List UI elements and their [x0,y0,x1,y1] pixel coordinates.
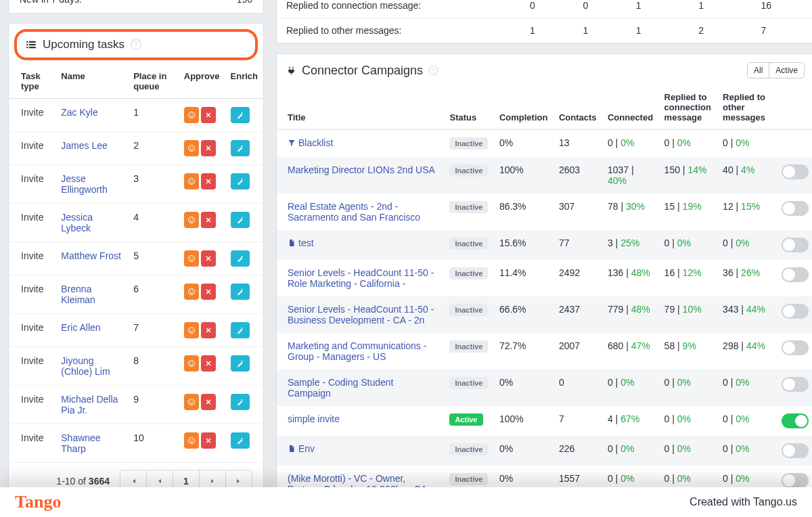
enrich-button[interactable] [231,394,250,410]
svg-point-35 [188,438,194,444]
campaign-toggle[interactable] [782,304,809,319]
approve-button[interactable] [184,394,199,410]
reject-button[interactable] [201,394,216,410]
approve-button[interactable] [184,140,199,156]
enrich-button[interactable] [231,355,250,372]
task-name-link[interactable]: James Lee [61,140,107,151]
approve-button[interactable] [184,107,199,123]
approve-button[interactable] [184,284,199,300]
task-name-link[interactable]: Eric Allen [61,322,100,333]
pager-first-button[interactable] [120,470,147,487]
contacts: 7 [554,406,602,436]
table-row: Senior Levels - HeadCount 11-50 - Role M… [277,260,812,296]
campaign-toggle[interactable] [782,267,809,282]
help-icon[interactable]: ? [428,64,438,76]
task-name-link[interactable]: Michael Della Pia Jr. [61,394,118,415]
campaign-title-link[interactable]: Real Estate Agents - 2nd - Sacramento an… [288,201,420,223]
table-row: (Mike Morotti) - VC - Owner, Partner, C-… [277,466,812,487]
enrich-button[interactable] [231,173,250,189]
campaigns-table: TitleStatusCompletionContactsConnectedRe… [277,85,812,487]
reject-button[interactable] [201,140,216,156]
connected: 136 | 48% [602,260,659,296]
campaigns-col-header [776,85,812,130]
table-row: InviteJessica Lybeck4 [9,204,263,242]
reject-button[interactable] [201,212,216,228]
campaign-toggle[interactable] [782,201,809,216]
task-type: Invite [9,424,55,463]
campaign-title-link[interactable]: Sample - Coding Student Campaign [288,377,393,399]
pager-next-button[interactable] [199,470,226,487]
status-badge: Inactive [449,377,488,389]
table-row: Replied to other messages:11127 [277,18,812,43]
enrich-button[interactable] [231,322,250,338]
enrich-button[interactable] [231,432,250,449]
enrich-button[interactable] [231,212,250,228]
segment-all[interactable]: All [748,63,769,78]
approve-button[interactable] [184,355,199,372]
table-row: InviteJiyoung (Chloe) Lim8 [9,347,263,386]
approve-button[interactable] [184,173,199,189]
campaigns-col-header: Replied to other messages [717,85,776,130]
task-queue: 4 [128,204,179,242]
campaigns-col-header: Contacts [554,85,602,130]
pager-page-input[interactable]: 1 [173,470,200,487]
pager-prev-button[interactable] [146,470,173,487]
campaign-title-link[interactable]: Senior Levels - HeadCount 11-50 - Role M… [288,267,434,289]
enrich-button[interactable] [231,140,250,156]
enrich-button[interactable] [231,284,250,300]
campaign-toggle[interactable] [782,238,809,252]
task-type: Invite [9,275,55,314]
task-name-link[interactable]: Jessica Lybeck [61,212,93,233]
completion: 0% [494,436,554,466]
campaign-toggle[interactable] [782,377,809,392]
reject-button[interactable] [201,284,216,300]
enrich-button[interactable] [231,107,250,123]
table-row: InviteJames Lee2 [9,132,263,165]
contacts: 307 [554,194,602,230]
task-type: Invite [9,314,55,347]
task-name-link[interactable]: Shawnee Tharp [61,432,100,454]
campaign-toggle[interactable] [782,473,809,487]
replied-other: 12 | 15% [717,194,776,230]
task-name-link[interactable]: Brenna Kleiman [61,284,95,305]
campaign-toggle[interactable] [782,443,809,458]
approve-button[interactable] [184,432,199,449]
campaign-title-link[interactable]: Env [288,443,315,454]
campaigns-col-header: Completion [494,85,554,130]
task-queue: 6 [128,275,179,314]
campaign-title-link[interactable]: Blacklist [288,137,333,148]
summary-card-peek: New in 7 days. 190 [8,0,264,14]
campaign-title-link[interactable]: test [288,238,314,248]
campaign-toggle[interactable] [782,164,809,179]
svg-text:?: ? [432,67,435,74]
campaign-title-link[interactable]: Senior Levels - HeadCount 11-50 - Busine… [288,304,434,325]
help-icon[interactable]: ? [130,39,142,51]
campaign-toggle[interactable] [782,413,809,428]
campaign-title-link[interactable]: Marketing Director LIONs 2nd USA [288,164,435,175]
svg-text:?: ? [134,41,138,49]
pager-range: 1-10 of 3664 [56,476,110,487]
campaign-toggle[interactable] [782,340,809,355]
approve-button[interactable] [184,322,199,338]
reject-button[interactable] [201,107,216,123]
pager-last-button[interactable] [225,470,252,487]
campaign-title-link[interactable]: (Mike Morotti) - VC - Owner, Partner, C-… [288,473,427,487]
reject-button[interactable] [201,355,216,372]
reject-button[interactable] [201,432,216,449]
upcoming-tasks-panel: Upcoming tasks ? Task typeNamePlace in q… [8,23,264,487]
reject-button[interactable] [201,250,216,267]
task-name-link[interactable]: Matthew Frost [61,250,121,261]
connected: 1037 | 40% [602,157,659,194]
task-name-link[interactable]: Zac Kyle [61,107,97,118]
svg-point-25 [192,290,193,291]
campaign-title-link[interactable]: Marketing and Communications - Group - M… [288,340,426,362]
campaign-title-link[interactable]: simple invite [288,413,340,424]
reject-button[interactable] [201,322,216,338]
enrich-button[interactable] [231,250,250,267]
segment-active[interactable]: Active [769,63,804,78]
approve-button[interactable] [184,250,199,267]
reject-button[interactable] [201,173,216,189]
task-name-link[interactable]: Jesse Ellingworth [61,173,107,195]
task-name-link[interactable]: Jiyoung (Chloe) Lim [61,355,110,377]
approve-button[interactable] [184,212,199,228]
